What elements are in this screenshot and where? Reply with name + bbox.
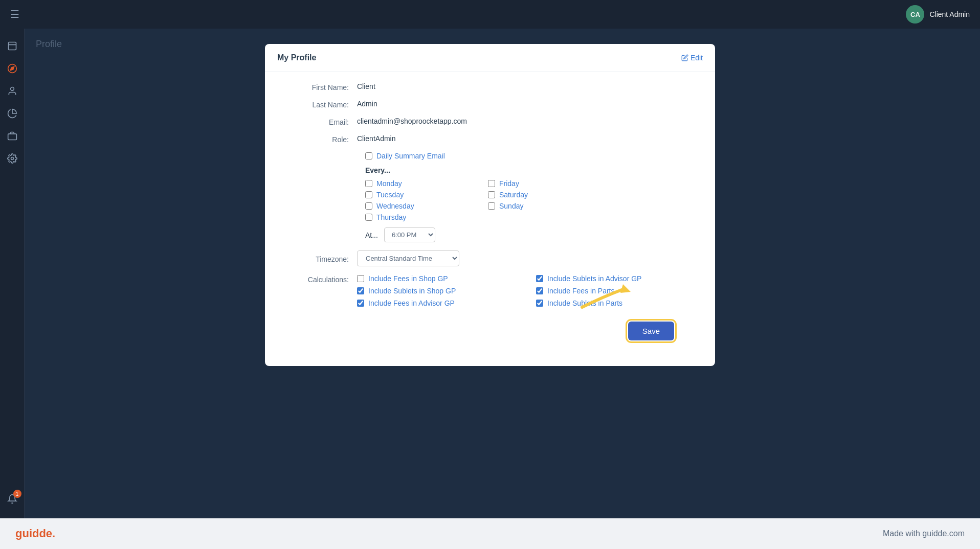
last-name-label: Last Name: — [285, 100, 357, 109]
role-row: Role: ClientAdmin — [285, 134, 695, 144]
sidebar-item-chart[interactable] — [3, 104, 21, 123]
sidebar-item-briefcase[interactable] — [3, 127, 21, 145]
every-label: Every... — [365, 166, 695, 174]
timezone-select[interactable]: Central Standard Time Eastern Standard T… — [357, 250, 459, 266]
modal-body: First Name: Client Last Name: Admin Emai… — [265, 72, 715, 351]
saturday-checkbox-label[interactable]: Saturday — [488, 191, 590, 199]
user-info: CA Client Admin — [906, 5, 970, 24]
guidde-logo: guidde. — [15, 527, 55, 540]
include-sublets-shop-gp-label[interactable]: Include Sublets in Shop GP — [357, 287, 516, 295]
friday-checkbox-label[interactable]: Friday — [488, 179, 590, 188]
modal-header: My Profile Edit — [265, 44, 715, 72]
role-label: Role: — [285, 134, 357, 144]
at-section: At... 6:00 PM 7:00 PM 8:00 PM — [365, 227, 695, 242]
hamburger-icon[interactable]: ☰ — [10, 8, 19, 20]
saturday-checkbox[interactable] — [488, 191, 495, 198]
modal-title: My Profile — [277, 53, 316, 62]
notification-bell[interactable]: 1 — [3, 490, 21, 508]
save-area: Save — [285, 311, 695, 340]
calc-options: Include Fees in Shop GP Include Sublets … — [357, 274, 695, 307]
svg-rect-4 — [8, 134, 16, 140]
monday-label: Monday — [376, 179, 402, 188]
sidebar-item-building[interactable] — [3, 37, 21, 55]
include-fees-shop-gp-text: Include Fees in Shop GP — [368, 274, 448, 283]
wednesday-checkbox[interactable] — [365, 202, 372, 210]
email-row: Email: clientadmin@shoproocketapp.com — [285, 117, 695, 126]
svg-marker-2 — [10, 66, 14, 70]
daily-summary-label: Daily Summary Email — [376, 152, 445, 160]
email-value: clientadmin@shoproocketapp.com — [357, 117, 695, 125]
wednesday-label: Wednesday — [376, 202, 414, 210]
sunday-checkbox-label[interactable]: Sunday — [488, 202, 590, 210]
thursday-checkbox-label[interactable]: Thursday — [365, 213, 467, 221]
include-fees-shop-gp-label[interactable]: Include Fees in Shop GP — [357, 274, 516, 283]
every-section: Every... Monday Friday Tuesday — [365, 166, 695, 242]
include-fees-advisor-gp-label[interactable]: Include Fees in Advisor GP — [357, 299, 516, 307]
saturday-label: Saturday — [499, 191, 528, 199]
sunday-checkbox[interactable] — [488, 202, 495, 210]
include-sublets-advisor-gp-checkbox[interactable] — [536, 275, 543, 282]
daily-summary-section: Daily Summary Email — [365, 152, 695, 160]
arrow-annotation — [572, 266, 643, 312]
page-content: Profile My Profile Edit First Name: Clie… — [0, 29, 980, 518]
sidebar-item-gear[interactable] — [3, 149, 21, 168]
days-grid: Monday Friday Tuesday Saturday — [365, 179, 695, 221]
monday-checkbox-label[interactable]: Monday — [365, 179, 467, 188]
tuesday-checkbox-label[interactable]: Tuesday — [365, 191, 467, 199]
first-name-row: First Name: Client — [285, 82, 695, 92]
first-name-value: Client — [357, 82, 695, 90]
notification-count: 1 — [13, 490, 21, 498]
tuesday-label: Tuesday — [376, 191, 404, 199]
thursday-checkbox[interactable] — [365, 214, 372, 221]
email-label: Email: — [285, 117, 357, 126]
sunday-label: Sunday — [499, 202, 523, 210]
thursday-label: Thursday — [376, 213, 406, 221]
save-button[interactable]: Save — [628, 322, 674, 340]
svg-point-3 — [10, 87, 14, 91]
made-with-text: Made with guidde.com — [883, 529, 965, 538]
calculations-label: Calculations: — [285, 274, 357, 284]
timezone-label: Timezone: — [285, 254, 357, 263]
last-name-value: Admin — [357, 100, 695, 108]
wednesday-checkbox-label[interactable]: Wednesday — [365, 202, 467, 210]
monday-checkbox[interactable] — [365, 180, 372, 187]
edit-label[interactable]: Edit — [691, 54, 703, 62]
svg-point-5 — [11, 157, 13, 160]
first-name-label: First Name: — [285, 82, 357, 92]
include-fees-shop-gp-checkbox[interactable] — [357, 275, 364, 282]
avatar: CA — [906, 5, 924, 24]
tuesday-checkbox[interactable] — [365, 191, 372, 198]
include-sublets-parts-checkbox[interactable] — [536, 300, 543, 307]
include-fees-advisor-gp-text: Include Fees in Advisor GP — [368, 299, 455, 307]
daily-summary-checkbox-label[interactable]: Daily Summary Email — [365, 152, 695, 160]
sidebar: 1 — [0, 29, 25, 518]
svg-rect-0 — [8, 42, 16, 50]
role-value: ClientAdmin — [357, 134, 695, 143]
daily-summary-checkbox[interactable] — [365, 152, 372, 159]
last-name-row: Last Name: Admin — [285, 100, 695, 109]
include-fees-parts-checkbox[interactable] — [536, 287, 543, 294]
include-fees-advisor-gp-checkbox[interactable] — [357, 300, 364, 307]
bottom-footer: guidde. Made with guidde.com — [0, 518, 980, 549]
time-select[interactable]: 6:00 PM 7:00 PM 8:00 PM — [384, 227, 435, 242]
username-label: Client Admin — [929, 10, 970, 18]
top-header: ☰ CA Client Admin — [0, 0, 980, 29]
timezone-row: Timezone: Central Standard Time Eastern … — [285, 250, 695, 266]
svg-marker-6 — [620, 284, 631, 293]
edit-button[interactable]: Edit — [681, 54, 703, 62]
sidebar-item-person[interactable] — [3, 82, 21, 100]
include-sublets-shop-gp-checkbox[interactable] — [357, 287, 364, 294]
profile-modal: My Profile Edit First Name: Client Last … — [265, 44, 715, 366]
sidebar-item-compass[interactable] — [3, 59, 21, 78]
at-label: At... — [365, 231, 378, 239]
friday-checkbox[interactable] — [488, 180, 495, 187]
friday-label: Friday — [499, 179, 519, 188]
include-sublets-shop-gp-text: Include Sublets in Shop GP — [368, 287, 456, 295]
